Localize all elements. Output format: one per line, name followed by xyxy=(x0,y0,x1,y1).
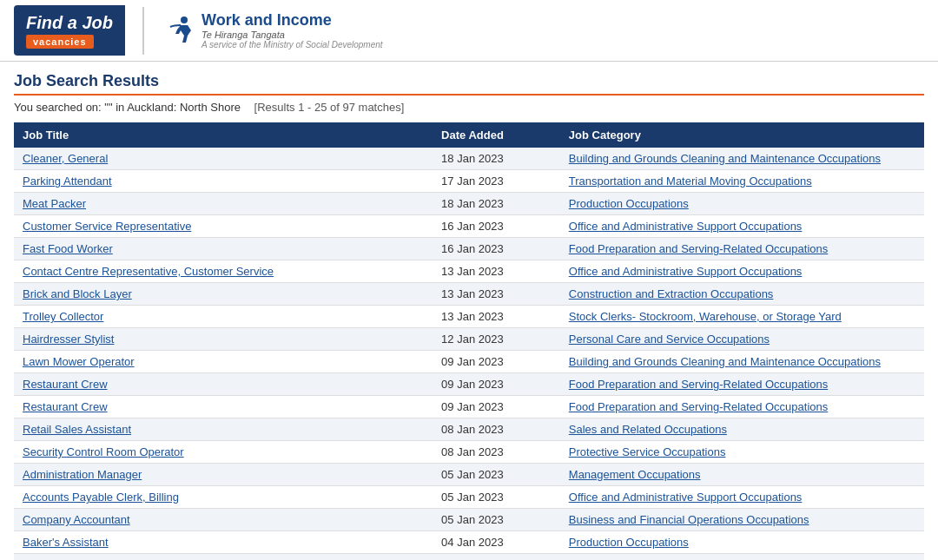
job-category-cell[interactable]: Management Occupations xyxy=(560,464,924,486)
job-category-link[interactable]: Building and Grounds Cleaning and Mainte… xyxy=(569,355,881,368)
date-added-cell: 17 Jan 2023 xyxy=(433,170,560,193)
job-title-link[interactable]: Administration Manager xyxy=(23,468,142,481)
job-category-cell[interactable]: Building and Grounds Cleaning and Mainte… xyxy=(560,351,924,373)
table-row: Trolley Collector13 Jan 2023Stock Clerks… xyxy=(14,306,924,328)
job-category-link[interactable]: Protective Service Occupations xyxy=(569,445,726,458)
job-category-link[interactable]: Production Occupations xyxy=(569,197,689,210)
job-title-cell[interactable]: Meat Packer xyxy=(14,193,433,215)
job-title-cell[interactable]: Fast Food Worker xyxy=(14,238,433,260)
job-title-link[interactable]: Cleaner, General xyxy=(23,152,108,165)
job-category-cell[interactable]: Production Occupations xyxy=(560,193,924,215)
job-title-cell[interactable]: Accounts Payable Clerk, Billing xyxy=(14,486,433,509)
job-title-link[interactable]: Restaurant Crew xyxy=(23,400,108,413)
job-title-link[interactable]: Restaurant Crew xyxy=(23,378,108,391)
job-category-cell[interactable]: Construction and Extraction Occupations xyxy=(560,283,924,306)
date-added-cell: 08 Jan 2023 xyxy=(433,418,560,441)
job-title-cell[interactable]: Lawn Mower Operator xyxy=(14,351,433,373)
job-title-cell[interactable]: Brick and Block Layer xyxy=(14,283,433,306)
job-category-link[interactable]: Stock Clerks- Stockroom, Warehouse, or S… xyxy=(569,310,842,323)
job-title-link[interactable]: Accounts Payable Clerk, Billing xyxy=(23,491,179,504)
job-title-cell[interactable]: Administration Manager xyxy=(14,464,433,486)
page-title: Job Search Results xyxy=(14,72,924,96)
header-divider xyxy=(142,7,144,55)
job-category-link[interactable]: Office and Administrative Support Occupa… xyxy=(569,265,803,278)
job-title-cell[interactable]: Hairdresser Stylist xyxy=(14,328,433,351)
job-category-cell[interactable]: Food Preparation and Serving-Related Occ… xyxy=(560,396,924,418)
job-title-cell[interactable]: Baker's Assistant xyxy=(14,531,433,554)
table-header: Job Title Date Added Job Category xyxy=(14,122,924,148)
table-row: Meat Packer18 Jan 2023Production Occupat… xyxy=(14,193,924,215)
date-added-cell: 12 Jan 2023 xyxy=(433,328,560,351)
date-added-cell: 18 Jan 2023 xyxy=(433,193,560,215)
job-category-link[interactable]: Building and Grounds Cleaning and Mainte… xyxy=(569,152,881,165)
job-category-cell[interactable]: Stock Clerks- Stockroom, Warehouse, or S… xyxy=(560,306,924,328)
job-category-link[interactable]: Food Preparation and Serving-Related Occ… xyxy=(569,400,828,413)
job-category-cell[interactable]: Transportation and Material Moving Occup… xyxy=(560,170,924,193)
job-category-cell[interactable]: Office and Administrative Support Occupa… xyxy=(560,260,924,283)
job-category-cell[interactable]: Food Preparation and Serving-Related Occ… xyxy=(560,238,924,260)
job-category-link[interactable]: Production Occupations xyxy=(569,536,689,549)
date-added-cell: 09 Jan 2023 xyxy=(433,396,560,418)
job-title-cell[interactable]: Customer Service Representative xyxy=(14,215,433,238)
job-category-cell[interactable]: Office and Administrative Support Occupa… xyxy=(560,486,924,509)
job-category-cell[interactable]: Food Preparation and Serving-Related Occ… xyxy=(560,373,924,396)
job-category-link[interactable]: Office and Administrative Support Occupa… xyxy=(569,220,803,233)
table-row: Retail Sales Assistant08 Jan 2023Sales a… xyxy=(14,418,924,441)
job-category-link[interactable]: Office and Administrative Support Occupa… xyxy=(569,491,803,504)
job-title-link[interactable]: Meat Packer xyxy=(23,197,86,210)
job-title-link[interactable]: Customer Service Representative xyxy=(23,220,191,233)
job-title-cell[interactable]: Parking Attendant xyxy=(14,170,433,193)
date-added-cell: 05 Jan 2023 xyxy=(433,509,560,531)
job-category-link[interactable]: Food Preparation and Serving-Related Occ… xyxy=(569,242,828,255)
job-category-link[interactable]: Sales and Related Occupations xyxy=(569,423,727,436)
job-title-link[interactable]: Retail Sales Assistant xyxy=(23,423,131,436)
job-category-cell[interactable]: Sales and Related Occupations xyxy=(560,418,924,441)
job-title-cell[interactable]: Retail Sales Assistant xyxy=(14,418,433,441)
job-category-link[interactable]: Management Occupations xyxy=(569,468,701,481)
job-category-cell[interactable]: Production Occupations xyxy=(560,531,924,554)
date-added-cell: 09 Jan 2023 xyxy=(433,351,560,373)
table-row: Hairdresser Stylist12 Jan 2023Personal C… xyxy=(14,328,924,351)
date-added-cell: 08 Jan 2023 xyxy=(433,441,560,464)
job-category-link[interactable]: Construction and Extraction Occupations xyxy=(569,287,774,300)
job-title-cell[interactable]: Contact Centre Representative, Customer … xyxy=(14,260,433,283)
job-category-cell[interactable]: Protective Service Occupations xyxy=(560,441,924,464)
job-category-link[interactable]: Food Preparation and Serving-Related Occ… xyxy=(569,378,828,391)
logo-find-a-job: Find a Job vacancies xyxy=(14,5,125,56)
job-category-cell[interactable]: Personal Care and Service Occupations xyxy=(560,328,924,351)
table-row: Contact Centre Representative, Customer … xyxy=(14,260,924,283)
job-title-link[interactable]: Trolley Collector xyxy=(23,310,103,323)
job-title-cell[interactable]: Security Control Room Operator xyxy=(14,441,433,464)
job-title-cell[interactable]: Forklift Driver xyxy=(14,554,433,561)
job-title-cell[interactable]: Restaurant Crew xyxy=(14,373,433,396)
table-row: Security Control Room Operator08 Jan 202… xyxy=(14,441,924,464)
job-title-cell[interactable]: Trolley Collector xyxy=(14,306,433,328)
job-category-cell[interactable]: Building and Grounds Cleaning and Mainte… xyxy=(560,148,924,170)
date-added-cell: 09 Jan 2023 xyxy=(433,373,560,396)
wi-name2: Te Hiranga Tangata xyxy=(201,30,383,40)
job-title-cell[interactable]: Company Accountant xyxy=(14,509,433,531)
job-title-link[interactable]: Contact Centre Representative, Customer … xyxy=(23,265,274,278)
job-category-cell[interactable]: Business and Financial Operations Occupa… xyxy=(560,509,924,531)
job-title-link[interactable]: Hairdresser Stylist xyxy=(23,333,114,346)
job-title-link[interactable]: Parking Attendant xyxy=(23,175,112,188)
job-title-link[interactable]: Brick and Block Layer xyxy=(23,287,132,300)
job-title-link[interactable]: Baker's Assistant xyxy=(23,536,109,549)
job-title-link[interactable]: Company Accountant xyxy=(23,513,130,526)
date-added-cell: 18 Jan 2023 xyxy=(433,148,560,170)
job-category-cell[interactable]: Office and Administrative Support Occupa… xyxy=(560,215,924,238)
job-title-cell[interactable]: Cleaner, General xyxy=(14,148,433,170)
job-title-cell[interactable]: Restaurant Crew xyxy=(14,396,433,418)
table-row: Company Accountant05 Jan 2023Business an… xyxy=(14,509,924,531)
job-title-link[interactable]: Security Control Room Operator xyxy=(23,445,184,458)
job-title-link[interactable]: Fast Food Worker xyxy=(23,242,113,255)
job-category-link[interactable]: Transportation and Material Moving Occup… xyxy=(569,175,812,188)
job-category-link[interactable]: Personal Care and Service Occupations xyxy=(569,333,770,346)
job-title-link[interactable]: Lawn Mower Operator xyxy=(23,355,135,368)
table-row: Parking Attendant17 Jan 2023Transportati… xyxy=(14,170,924,193)
date-added-cell: 13 Jan 2023 xyxy=(433,283,560,306)
wi-text-block: Work and Income Te Hiranga Tangata A ser… xyxy=(201,11,383,49)
page-content: Job Search Results You searched on: "" i… xyxy=(0,62,938,560)
job-category-link[interactable]: Business and Financial Operations Occupa… xyxy=(569,513,809,526)
job-category-cell[interactable]: Transportation and Material Moving Occup… xyxy=(560,554,924,561)
